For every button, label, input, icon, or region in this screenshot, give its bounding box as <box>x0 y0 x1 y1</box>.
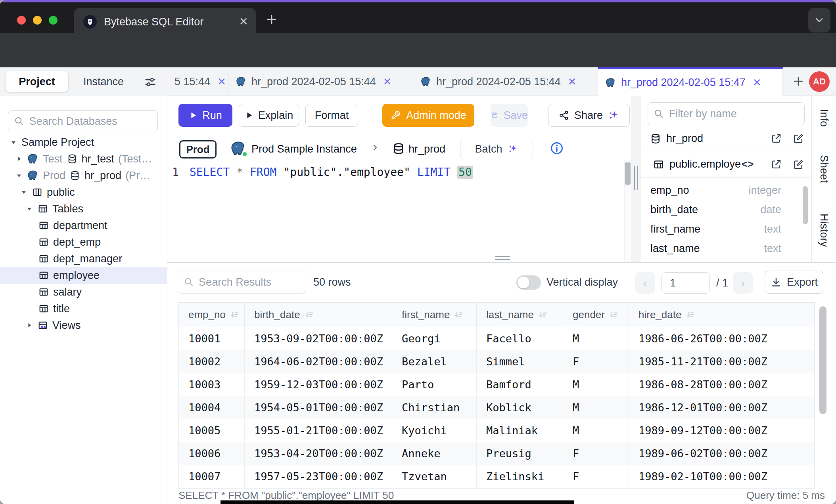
results-search-field[interactable] <box>199 276 300 288</box>
column-header[interactable]: last_name <box>477 303 563 327</box>
column-header[interactable]: first_name <box>392 303 477 327</box>
browser-tab-title: Bytebase SQL Editor <box>104 16 232 28</box>
schema-filter-input[interactable] <box>648 102 805 125</box>
sort-icon <box>454 310 464 320</box>
database-search-field[interactable] <box>29 115 152 128</box>
chevron-down-icon <box>25 205 33 213</box>
explain-button[interactable]: Explain <box>239 104 299 127</box>
tree-item-schema-public[interactable]: public <box>0 184 167 200</box>
filter-sliders-icon[interactable] <box>144 75 157 89</box>
column-header[interactable]: hire_date <box>629 303 775 327</box>
table-row[interactable]: 100061953-04-20T00:00:00ZAnnekePreusigF1… <box>179 442 814 465</box>
postgres-icon <box>605 77 616 88</box>
sheet-tab-4-active[interactable]: hr_prod 2024-02-05 15:47✕ <box>598 67 783 96</box>
edit-icon[interactable] <box>792 158 804 170</box>
column-header[interactable]: emp_no <box>179 303 245 327</box>
prev-page-button[interactable]: ‹ <box>635 272 655 294</box>
schema-icon <box>32 187 43 198</box>
run-button[interactable]: Run <box>178 104 232 127</box>
sheet-tab-3[interactable]: hr_prod 2024-02-05 15:44✕ <box>413 67 598 96</box>
info-icon[interactable] <box>550 141 564 155</box>
rail-tab-history[interactable]: History <box>812 198 836 262</box>
schema-table-row[interactable]: public.employe <> <box>641 151 811 178</box>
new-tab-icon[interactable] <box>265 13 278 26</box>
breadcrumb-instance[interactable]: Prod Sample Instance <box>251 139 357 158</box>
sheet-tab-1[interactable]: 5 15:44✕ <box>167 67 228 96</box>
table-row[interactable]: 100041954-05-01T00:00:00ZChirstianKoblic… <box>179 396 814 419</box>
chevron-down-icon <box>10 138 17 146</box>
sheet-tab-2[interactable]: hr_prod 2024-02-05 15:44✕ <box>228 67 413 96</box>
table-row[interactable]: 100031959-12-03T00:00:00ZPartoBamfordM19… <box>179 373 814 396</box>
table-row[interactable]: 100021964-06-02T00:00:00ZBezalelSimmelF1… <box>179 350 814 373</box>
rail-tab-info[interactable]: Info <box>812 96 836 140</box>
column-header[interactable]: birth_date <box>245 303 392 327</box>
environment-chip[interactable]: Prod <box>179 140 217 158</box>
tree-group-views[interactable]: Views <box>0 317 167 334</box>
tree-item-table-department[interactable]: department <box>0 217 167 234</box>
sql-editor[interactable]: 1 SELECT * FROM "public"."employee" LIMI… <box>167 160 624 262</box>
table-header-row: emp_no birth_date first_name last_name g… <box>179 303 814 327</box>
tree-item-sample-project[interactable]: Sample Project <box>0 134 167 151</box>
tree-item-test-db[interactable]: Test hr_test (Test… <box>0 151 167 167</box>
tree-item-table-salary[interactable]: salary <box>0 284 167 300</box>
traffic-close-button[interactable] <box>17 16 26 25</box>
column-row[interactable]: birth_date date <box>641 200 798 220</box>
search-icon <box>14 115 25 127</box>
column-row[interactable]: first_name text <box>641 220 798 239</box>
table-row[interactable]: 100071957-05-23T00:00:00ZTzvetanZielinsk… <box>179 465 814 488</box>
save-button[interactable]: Save <box>491 104 528 127</box>
close-icon[interactable]: ✕ <box>568 76 577 88</box>
results-search-input[interactable] <box>178 271 306 294</box>
panel-resize-handle[interactable] <box>634 166 640 192</box>
tree-group-tables[interactable]: Tables <box>0 200 167 217</box>
next-page-button[interactable]: › <box>733 272 753 294</box>
close-icon[interactable]: ✕ <box>217 76 226 88</box>
format-button[interactable]: Format <box>305 104 358 127</box>
column-row[interactable]: last_name text <box>641 239 798 258</box>
browser-tab[interactable]: Bytebase SQL Editor ✕ <box>74 8 256 36</box>
tree-item-prod-db[interactable]: Prod hr_prod (Pr… <box>0 167 167 184</box>
columns-scrollbar-thumb[interactable] <box>803 186 808 224</box>
views-icon <box>37 320 48 331</box>
user-avatar[interactable]: AD <box>809 71 830 92</box>
tab-project[interactable]: Project <box>6 71 68 92</box>
close-icon[interactable]: ✕ <box>753 76 761 89</box>
tree-item-table-dept-manager[interactable]: dept_manager <box>0 250 167 267</box>
tab-search-button[interactable] <box>808 8 830 32</box>
table-row[interactable]: 100011953-09-02T00:00:00ZGeorgiFacelloM1… <box>179 327 814 350</box>
tab-instance[interactable]: Instance <box>74 71 133 92</box>
tree-item-table-employee[interactable]: employee <box>0 267 167 284</box>
breadcrumb-database[interactable]: hr_prod <box>408 139 445 158</box>
edit-icon[interactable] <box>792 133 804 145</box>
tree-item-table-title[interactable]: title <box>0 300 167 317</box>
page-number-input[interactable] <box>662 272 710 294</box>
external-link-icon[interactable] <box>770 158 782 170</box>
results-scrollbar-thumb[interactable] <box>819 306 826 414</box>
database-icon <box>650 133 662 145</box>
traffic-zoom-button[interactable] <box>49 16 58 25</box>
schema-filter-field[interactable] <box>669 108 799 120</box>
table-icon <box>38 286 49 298</box>
export-button[interactable]: Export <box>765 271 823 294</box>
editor-scrollbar-thumb[interactable] <box>625 162 631 185</box>
new-sheet-icon[interactable] <box>792 74 805 88</box>
vertical-display-toggle[interactable] <box>516 275 541 290</box>
rail-tab-sheet[interactable]: Sheet <box>812 140 836 198</box>
database-search-input[interactable] <box>8 110 158 132</box>
tree-item-table-dept-emp[interactable]: dept_emp <box>0 234 167 250</box>
close-icon[interactable]: ✕ <box>383 76 392 88</box>
code-icon[interactable]: <> <box>742 158 754 170</box>
external-link-icon[interactable] <box>770 133 782 145</box>
batch-mode-button[interactable]: Batch <box>460 139 533 159</box>
column-header[interactable]: gender <box>563 303 629 327</box>
admin-mode-button[interactable]: Admin mode <box>382 104 474 127</box>
table-row[interactable]: 100051955-01-21T00:00:00ZKyoichiMaliniak… <box>179 419 814 442</box>
postgres-icon <box>27 153 39 165</box>
column-row[interactable]: emp_no integer <box>641 181 798 200</box>
schema-database-row[interactable]: hr_prod <box>641 126 811 151</box>
traffic-minimize-button[interactable] <box>33 16 42 25</box>
postgres-icon <box>420 76 431 87</box>
tab-close-icon[interactable]: ✕ <box>239 16 248 27</box>
results-resize-handle[interactable] <box>495 256 510 262</box>
share-button[interactable]: Share <box>548 104 630 127</box>
